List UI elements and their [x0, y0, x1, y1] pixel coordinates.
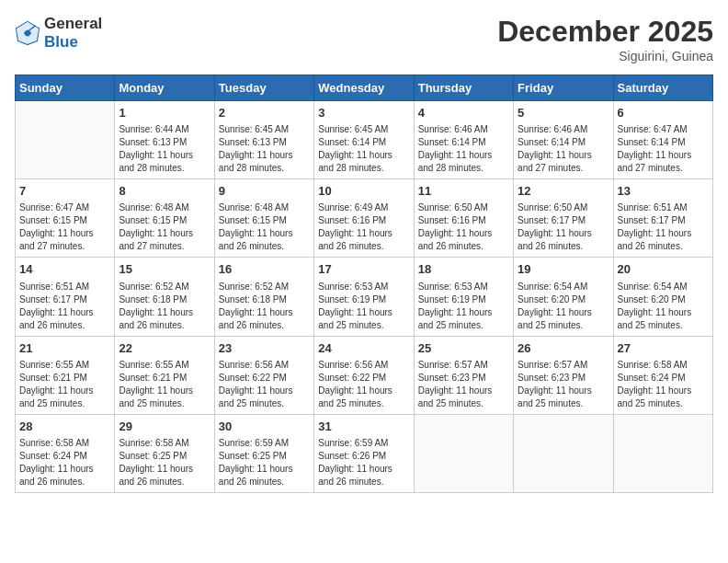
calendar-cell: 9Sunrise: 6:48 AMSunset: 6:15 PMDaylight…	[214, 179, 313, 258]
cell-info: Sunset: 6:18 PM	[119, 293, 210, 306]
cell-info: Daylight: 11 hours and 28 minutes.	[119, 149, 210, 175]
calendar-cell: 23Sunrise: 6:56 AMSunset: 6:22 PMDayligh…	[214, 336, 313, 414]
cell-info: Sunset: 6:22 PM	[219, 372, 310, 385]
day-number: 10	[318, 183, 409, 200]
day-number: 16	[219, 261, 310, 278]
cell-info: Sunset: 6:25 PM	[119, 450, 210, 463]
cell-info: Sunset: 6:19 PM	[318, 293, 409, 306]
calendar-cell: 16Sunrise: 6:52 AMSunset: 6:18 PMDayligh…	[214, 258, 313, 336]
cell-info: Sunset: 6:20 PM	[618, 293, 709, 306]
day-number: 22	[119, 340, 210, 357]
calendar-cell: 21Sunrise: 6:55 AMSunset: 6:21 PMDayligh…	[16, 336, 115, 414]
title-block: December 2025 Siguirini, Guinea	[497, 15, 713, 63]
cell-info: Sunset: 6:15 PM	[119, 214, 210, 227]
calendar-cell: 12Sunrise: 6:50 AMSunset: 6:17 PMDayligh…	[514, 179, 613, 258]
day-number: 2	[219, 105, 310, 121]
day-number: 11	[418, 183, 509, 200]
cell-info: Sunrise: 6:47 AM	[19, 201, 110, 214]
cell-info: Sunrise: 6:49 AM	[318, 201, 409, 214]
location-subtitle: Siguirini, Guinea	[497, 49, 713, 63]
calendar-week-2: 14Sunrise: 6:51 AMSunset: 6:17 PMDayligh…	[16, 258, 713, 336]
col-header-thursday: Thursday	[414, 75, 513, 101]
cell-info: Sunset: 6:21 PM	[19, 372, 110, 385]
calendar-cell: 20Sunrise: 6:54 AMSunset: 6:20 PMDayligh…	[613, 258, 712, 336]
day-number: 18	[418, 261, 509, 278]
calendar-header-row: SundayMondayTuesdayWednesdayThursdayFrid…	[16, 75, 713, 101]
cell-info: Sunset: 6:13 PM	[219, 136, 310, 149]
cell-info: Sunset: 6:15 PM	[219, 214, 310, 227]
col-header-sunday: Sunday	[16, 75, 115, 101]
col-header-tuesday: Tuesday	[214, 75, 313, 101]
cell-info: Sunset: 6:22 PM	[318, 372, 409, 385]
cell-info: Daylight: 11 hours and 26 minutes.	[119, 306, 210, 332]
day-number: 14	[19, 261, 110, 278]
cell-info: Sunset: 6:24 PM	[618, 372, 709, 385]
cell-info: Daylight: 11 hours and 25 minutes.	[618, 385, 709, 410]
day-number: 15	[119, 261, 210, 278]
day-number: 31	[318, 419, 409, 435]
cell-info: Daylight: 11 hours and 27 minutes.	[119, 227, 210, 253]
cell-info: Sunrise: 6:54 AM	[518, 281, 609, 293]
cell-info: Daylight: 11 hours and 26 minutes.	[318, 463, 409, 488]
logo-icon	[15, 20, 40, 46]
cell-info: Daylight: 11 hours and 27 minutes.	[19, 227, 110, 253]
cell-info: Daylight: 11 hours and 28 minutes.	[418, 149, 509, 175]
cell-info: Sunset: 6:17 PM	[19, 293, 110, 306]
cell-info: Sunrise: 6:46 AM	[418, 123, 509, 136]
day-number: 28	[19, 419, 110, 435]
cell-info: Daylight: 11 hours and 27 minutes.	[518, 149, 609, 175]
cell-info: Sunrise: 6:56 AM	[219, 359, 310, 372]
day-number: 20	[618, 261, 709, 278]
cell-info: Sunrise: 6:59 AM	[219, 437, 310, 450]
cell-info: Sunset: 6:21 PM	[119, 372, 210, 385]
cell-info: Daylight: 11 hours and 25 minutes.	[119, 385, 210, 410]
cell-info: Sunrise: 6:50 AM	[518, 201, 609, 214]
month-title: December 2025	[497, 15, 713, 49]
day-number: 9	[219, 183, 310, 200]
calendar-cell: 4Sunrise: 6:46 AMSunset: 6:14 PMDaylight…	[414, 101, 513, 179]
cell-info: Daylight: 11 hours and 25 minutes.	[418, 306, 509, 332]
day-number: 27	[618, 340, 709, 357]
calendar-cell: 15Sunrise: 6:52 AMSunset: 6:18 PMDayligh…	[115, 258, 214, 336]
calendar-cell: 8Sunrise: 6:48 AMSunset: 6:15 PMDaylight…	[115, 179, 214, 258]
cell-info: Sunset: 6:23 PM	[418, 372, 509, 385]
cell-info: Sunrise: 6:51 AM	[618, 201, 709, 214]
day-number: 4	[418, 105, 509, 121]
cell-info: Sunrise: 6:47 AM	[618, 123, 709, 136]
cell-info: Sunrise: 6:45 AM	[318, 123, 409, 136]
calendar-cell: 29Sunrise: 6:58 AMSunset: 6:25 PMDayligh…	[115, 414, 214, 492]
cell-info: Sunrise: 6:53 AM	[318, 281, 409, 293]
calendar-week-3: 21Sunrise: 6:55 AMSunset: 6:21 PMDayligh…	[16, 336, 713, 414]
cell-info: Daylight: 11 hours and 26 minutes.	[19, 306, 110, 332]
cell-info: Daylight: 11 hours and 26 minutes.	[318, 227, 409, 253]
calendar-week-1: 7Sunrise: 6:47 AMSunset: 6:15 PMDaylight…	[16, 179, 713, 258]
logo-line1: General	[44, 15, 102, 33]
cell-info: Daylight: 11 hours and 26 minutes.	[19, 463, 110, 488]
cell-info: Daylight: 11 hours and 26 minutes.	[219, 306, 310, 332]
day-number: 12	[518, 183, 609, 200]
day-number: 19	[518, 261, 609, 278]
day-number: 24	[318, 340, 409, 357]
cell-info: Sunrise: 6:58 AM	[119, 437, 210, 450]
cell-info: Daylight: 11 hours and 25 minutes.	[318, 385, 409, 410]
day-number: 17	[318, 261, 409, 278]
calendar-cell: 13Sunrise: 6:51 AMSunset: 6:17 PMDayligh…	[613, 179, 712, 258]
cell-info: Sunrise: 6:59 AM	[318, 437, 409, 450]
day-number: 5	[518, 105, 609, 121]
calendar-cell: 26Sunrise: 6:57 AMSunset: 6:23 PMDayligh…	[514, 336, 613, 414]
col-header-friday: Friday	[514, 75, 613, 101]
cell-info: Sunrise: 6:57 AM	[418, 359, 509, 372]
cell-info: Daylight: 11 hours and 25 minutes.	[618, 306, 709, 332]
cell-info: Daylight: 11 hours and 25 minutes.	[318, 306, 409, 332]
cell-info: Daylight: 11 hours and 26 minutes.	[618, 227, 709, 253]
day-number: 26	[518, 340, 609, 357]
calendar-cell: 30Sunrise: 6:59 AMSunset: 6:25 PMDayligh…	[214, 414, 313, 492]
day-number: 13	[618, 183, 709, 200]
cell-info: Sunrise: 6:53 AM	[418, 281, 509, 293]
cell-info: Sunset: 6:17 PM	[618, 214, 709, 227]
cell-info: Sunset: 6:25 PM	[219, 450, 310, 463]
calendar-cell: 17Sunrise: 6:53 AMSunset: 6:19 PMDayligh…	[314, 258, 414, 336]
calendar-cell: 24Sunrise: 6:56 AMSunset: 6:22 PMDayligh…	[314, 336, 414, 414]
day-number: 7	[19, 183, 110, 200]
cell-info: Daylight: 11 hours and 26 minutes.	[219, 463, 310, 488]
